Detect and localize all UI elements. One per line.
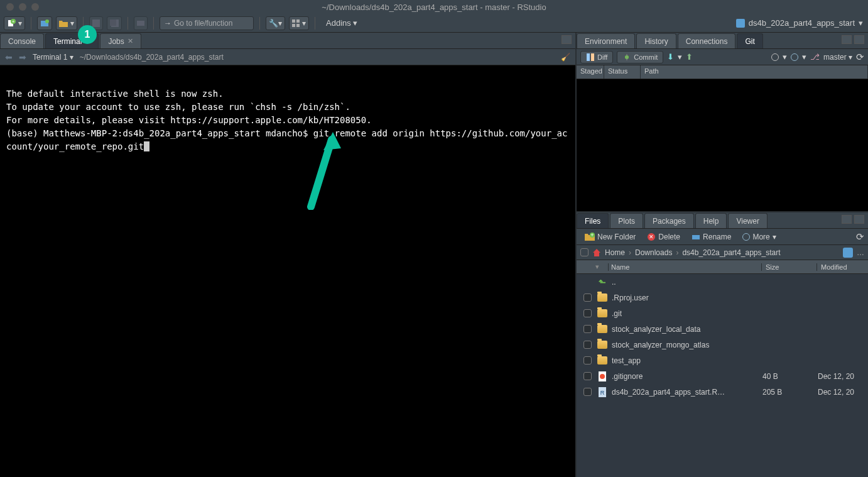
file-checkbox[interactable] <box>583 325 592 333</box>
tools-button[interactable]: 🔧▾ <box>266 16 285 30</box>
git-status-list[interactable] <box>577 79 868 211</box>
commit-button[interactable]: Commit <box>617 51 663 63</box>
file-size: 205 B <box>759 388 814 397</box>
file-name: .Rproj.user <box>609 293 759 302</box>
svg-rect-7 <box>110 19 116 26</box>
zoom-window-icon[interactable] <box>31 3 39 11</box>
gear-icon <box>742 233 750 241</box>
traffic-lights <box>0 3 39 11</box>
file-checkbox[interactable] <box>583 388 592 396</box>
svg-rect-5 <box>92 19 100 27</box>
main-toolbar: +▾ ▾ → Go to file/function 🔧▾ ▾ Addins ▾… <box>0 14 868 33</box>
file-row[interactable]: stock_analyzer_local_data <box>577 321 868 337</box>
file-checkbox[interactable] <box>583 356 592 365</box>
addins-menu[interactable]: Addins ▾ <box>321 18 362 28</box>
file-list[interactable]: ⬑...Rproj.user.gitstock_analyzer_local_d… <box>577 274 868 477</box>
breadcrumb: Home › Downloads › ds4b_202a_part4_apps_… <box>577 245 868 260</box>
minimize-pane-icon[interactable] <box>842 35 852 44</box>
file-row[interactable]: stock_analyzer_mongo_atlas <box>577 337 868 353</box>
col-modified[interactable]: Modified <box>816 263 868 271</box>
more-button[interactable]: More ▾ <box>738 231 780 243</box>
file-row[interactable]: .Rproj.user <box>577 290 868 305</box>
tab-environment[interactable]: Environment <box>577 33 635 48</box>
file-checkbox[interactable] <box>583 372 592 380</box>
maximize-pane-icon[interactable] <box>561 35 572 44</box>
folder-icon <box>597 356 607 365</box>
breadcrumb-downloads[interactable]: Downloads <box>635 248 672 257</box>
col-size[interactable]: Size <box>761 263 816 271</box>
maximize-pane-icon[interactable] <box>854 35 864 44</box>
select-all-checkbox[interactable] <box>580 248 589 256</box>
back-icon[interactable]: ⬅ <box>5 52 13 62</box>
col-path[interactable]: Path <box>641 65 868 79</box>
file-checkbox[interactable] <box>583 341 592 349</box>
svg-rect-9 <box>292 19 295 23</box>
history-icon[interactable] <box>771 53 779 61</box>
gear-icon[interactable] <box>791 53 798 61</box>
refresh-icon[interactable]: ⟳ <box>856 231 864 243</box>
close-window-icon[interactable] <box>6 3 14 11</box>
right-top-tabs: Environment History Connections Git <box>577 33 868 49</box>
tab-history[interactable]: History <box>636 33 676 48</box>
minimize-pane-icon[interactable] <box>842 215 852 224</box>
tab-files[interactable]: Files <box>577 213 609 228</box>
home-icon[interactable] <box>592 248 601 257</box>
minimize-window-icon[interactable] <box>19 3 26 11</box>
file-name: stock_analyzer_local_data <box>609 325 759 334</box>
file-checkbox[interactable] <box>583 309 592 317</box>
branch-selector[interactable]: master ▾ <box>823 53 852 62</box>
tab-connections[interactable]: Connections <box>678 33 736 48</box>
goto-file-input[interactable]: → Go to file/function <box>160 16 254 30</box>
col-status[interactable]: Status <box>604 65 641 79</box>
file-row[interactable]: Rds4b_202a_part4_apps_start.R…205 BDec 1… <box>577 384 868 400</box>
tab-jobs[interactable]: Jobs✕ <box>100 33 141 48</box>
grid-button[interactable]: ▾ <box>289 16 309 30</box>
file-row[interactable]: ⬑.. <box>577 274 868 290</box>
col-staged[interactable]: Staged <box>577 65 604 79</box>
more-path-icon[interactable]: … <box>857 248 864 257</box>
new-folder-button[interactable]: +New Folder <box>580 231 640 243</box>
terminal-output[interactable]: The default interactive shell is now zsh… <box>0 65 575 477</box>
sort-icon[interactable]: ▾ <box>595 263 608 271</box>
project-menu[interactable]: ds4b_202a_part4_apps_start ▾ <box>736 18 863 28</box>
rename-button[interactable]: Rename <box>687 231 735 243</box>
clear-terminal-icon[interactable]: 🧹 <box>561 53 570 62</box>
push-button[interactable]: ⬆ <box>686 52 693 62</box>
tab-console[interactable]: Console <box>0 33 44 48</box>
tab-help[interactable]: Help <box>695 213 727 228</box>
open-file-button[interactable]: ▾ <box>56 16 77 30</box>
close-icon[interactable]: ✕ <box>127 37 133 45</box>
rproj-icon[interactable] <box>843 248 853 258</box>
tab-plots[interactable]: Plots <box>610 213 643 228</box>
forward-icon[interactable]: ➡ <box>19 52 26 62</box>
file-row[interactable]: .git <box>577 305 868 321</box>
diff-button[interactable]: Diff <box>580 51 613 63</box>
folder-icon <box>597 325 607 333</box>
svg-rect-13 <box>587 53 590 61</box>
file-name: stock_analyzer_mongo_atlas <box>609 341 759 349</box>
file-name: .git <box>609 309 759 318</box>
tab-packages[interactable]: Packages <box>644 213 694 228</box>
breadcrumb-home[interactable]: Home <box>605 248 625 257</box>
print-button[interactable] <box>134 16 148 30</box>
tab-git[interactable]: Git <box>737 33 762 48</box>
terminal-selector[interactable]: Terminal 1 ▾ <box>33 53 73 62</box>
annotation-badge-1: 1 <box>78 25 97 44</box>
breadcrumb-project[interactable]: ds4b_202a_part4_apps_start <box>682 248 780 257</box>
new-file-button[interactable]: +▾ <box>4 16 25 30</box>
delete-button[interactable]: ✕Delete <box>643 231 685 243</box>
new-branch-icon[interactable]: ⎇ <box>810 52 820 62</box>
save-all-button[interactable] <box>107 16 122 30</box>
refresh-icon[interactable]: ⟳ <box>856 52 864 63</box>
maximize-pane-icon[interactable] <box>854 215 864 224</box>
col-name[interactable]: Name <box>608 263 761 271</box>
file-row[interactable]: .gitignore40 BDec 12, 20 <box>577 368 868 384</box>
pull-button[interactable]: ⬇ <box>667 52 674 62</box>
new-project-button[interactable] <box>37 16 52 30</box>
tab-viewer[interactable]: Viewer <box>728 213 767 228</box>
file-row[interactable]: test_app <box>577 353 868 368</box>
annotation-arrow <box>301 128 345 210</box>
file-checkbox[interactable] <box>583 293 592 302</box>
file-name: test_app <box>609 356 759 365</box>
svg-text:R: R <box>600 390 605 396</box>
